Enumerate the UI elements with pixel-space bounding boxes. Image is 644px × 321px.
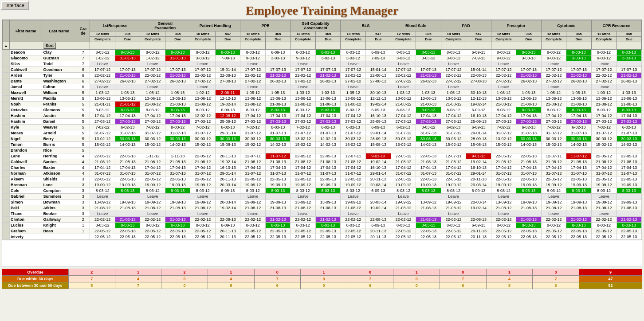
training-due: 27-03-13 [566, 119, 591, 125]
row-arrow [3, 217, 10, 223]
training-due: 6-09-13 [366, 223, 391, 228]
subh-due-8: Due [466, 37, 491, 42]
first-name: Dante [10, 78, 42, 84]
training-complete: 22-05-12 [491, 234, 516, 240]
training-complete: 22-05-12 [391, 176, 416, 182]
training-due: 21-02-13 [416, 73, 441, 78]
training-due: 8-03-13 [566, 223, 591, 228]
training-complete: 31-07-12 [591, 130, 617, 136]
training-complete: 22-05-12 [591, 234, 617, 240]
training-due: 27-03-13 [266, 119, 291, 125]
training-complete: 8-03-12 [441, 50, 466, 55]
training-due: 17-04-13 [617, 113, 642, 119]
table-row: LaneHerring422-05-1222-05-131-11-121-11-… [3, 153, 642, 159]
col-header-bloodsafe: Blood Safe [391, 20, 441, 31]
training-complete: 21-08-12 [341, 205, 366, 211]
grade: 5 [76, 119, 90, 125]
row-arrow [3, 182, 10, 188]
training-complete: 21-08-12 [190, 205, 216, 211]
row-arrow [3, 73, 10, 78]
training-due: 3-03-13 [566, 55, 591, 61]
training-complete: 8-03-12 [90, 107, 115, 113]
training-due: 6-02-13 [115, 125, 140, 130]
training-due: 19-02-14 [366, 159, 391, 165]
training-due [165, 61, 190, 67]
overdue-val-10: 1 [486, 269, 533, 276]
training-complete: 12-02-12 [190, 113, 216, 119]
training-complete: 27-02-12 [441, 78, 466, 84]
employee-table-body: DeaconClay78-03-128-03-138-03-128-03-138… [3, 50, 642, 240]
first-name: Lane [10, 153, 42, 159]
training-complete: 12-07-11 [441, 153, 466, 159]
training-due: 27-03-13 [115, 119, 140, 125]
training-complete: 8-03-12 [441, 223, 466, 228]
sort-cell-14 [416, 42, 441, 50]
training-due: 2-08-11 [216, 90, 240, 96]
first-name: Brandon [10, 148, 42, 153]
training-due: 20-11-13 [366, 234, 391, 240]
row-arrow [3, 102, 10, 107]
training-complete: 22-02-12 [140, 217, 165, 223]
training-complete: 22-05-12 [291, 228, 316, 234]
overdue-label: Overdue [2, 269, 69, 276]
last-name: Atkinson [42, 171, 76, 176]
table-row: BrandonRice5 [3, 148, 642, 153]
training-complete: 19-09-12 [391, 200, 416, 205]
subh-ppe-val: 365 [266, 31, 291, 37]
training-due: 8-03-12 [416, 125, 441, 130]
training-complete: 27-03-12 [341, 119, 366, 125]
subh-cytotoxic-val: 365 [566, 31, 591, 37]
subh-due-9: Due [516, 37, 541, 42]
training-complete: 17-07-12 [491, 67, 516, 73]
training-due [466, 148, 491, 153]
training-complete: 21-08-12 [190, 159, 216, 165]
training-due: 22-05-13 [516, 153, 541, 159]
training-complete: 17-07-12 [90, 67, 115, 73]
last-name: Burris [42, 142, 76, 148]
training-complete: 8-03-12 [591, 223, 617, 228]
last-name: Galloway [42, 217, 76, 223]
training-complete: 21-08-12 [391, 159, 416, 165]
table-row: OctaviusClemons58-03-128-03-138-03-128-0… [3, 107, 642, 113]
due60-val-3: 0 [161, 282, 208, 289]
grade: 3 [76, 211, 90, 217]
training-due: 8-03-13 [115, 188, 140, 194]
interface-button[interactable]: Interface [1, 1, 29, 10]
training-complete: 31-07-12 [291, 171, 316, 176]
training-due: 22-05-13 [165, 176, 190, 182]
training-complete: 22-02-12 [541, 217, 566, 223]
training-complete: 3-03-12 [341, 55, 366, 61]
overdue-total: 9 [579, 269, 642, 276]
sort-button[interactable]: Sort [43, 43, 56, 49]
training-complete: 1-05-12 [140, 90, 165, 96]
sort-arrow-up[interactable]: ▲ [3, 42, 10, 50]
row-arrow [3, 165, 10, 171]
training-complete: 19-09-12 [240, 200, 266, 205]
training-due: 22-05-13 [566, 176, 591, 182]
first-name: Paki [10, 205, 42, 211]
training-complete: Leave [341, 211, 366, 217]
training-complete: 9-03-12 [491, 55, 516, 61]
training-due: 22-08-13 [216, 217, 240, 223]
training-due: 21-02-13 [165, 217, 190, 223]
training-complete: 22-05-12 [240, 234, 266, 240]
due30-val-5: 7 [254, 276, 301, 282]
training-due: 21-08-13 [416, 205, 441, 211]
training-due [416, 148, 441, 153]
training-complete: 19-09-12 [591, 200, 617, 205]
overdue-val-4: 1 [208, 269, 254, 276]
training-complete: 8-03-12 [291, 50, 316, 55]
row-arrow [3, 55, 10, 61]
grade: 5 [76, 148, 90, 153]
grade: 3 [76, 205, 90, 211]
training-due: 22-05-13 [266, 176, 291, 182]
training-complete: 21-08-12 [391, 102, 416, 107]
training-complete: 19-09-12 [441, 200, 466, 205]
training-complete: 22-05-12 [90, 228, 115, 234]
training-complete: 13-06-12 [391, 96, 416, 102]
first-name: Thane [10, 211, 42, 217]
training-due: 3-03-13 [516, 55, 541, 61]
training-due [617, 211, 642, 217]
training-due: 22-08-13 [466, 217, 491, 223]
training-complete: Leave [190, 211, 216, 217]
